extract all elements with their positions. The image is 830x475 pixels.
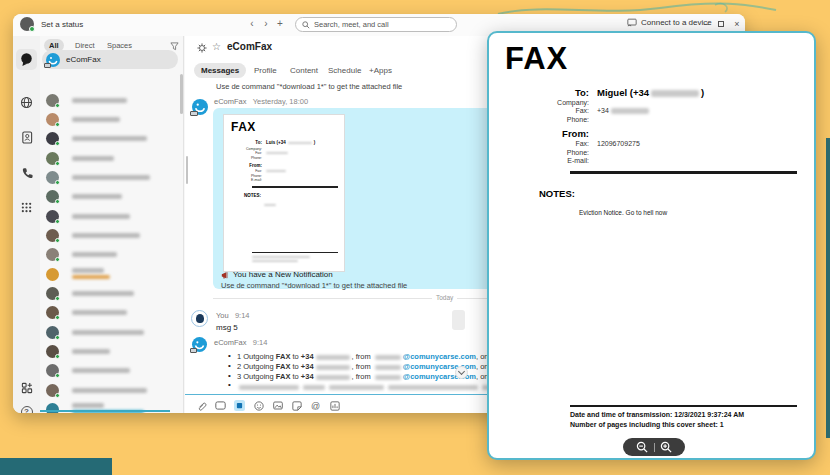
- search-icon: [302, 21, 310, 29]
- ecomfax-avatar[interactable]: [192, 337, 207, 352]
- chat-list-item[interactable]: [46, 306, 59, 319]
- fax-to-value: Miguel (+34): [597, 87, 704, 98]
- fax-from-fax-value: 12096709275: [597, 140, 640, 147]
- favorite-star-icon[interactable]: ☆: [212, 41, 221, 52]
- maximize-button[interactable]: [718, 21, 724, 27]
- contacts-icon: [21, 131, 33, 144]
- message-sender: You: [216, 311, 229, 320]
- left-rail: ?: [13, 36, 40, 413]
- thumb-fax-label: Fax:: [234, 151, 262, 155]
- rail-contacts-button[interactable]: [18, 129, 35, 146]
- notification-text: You have a New Notification: [233, 270, 333, 279]
- rail-apps-button[interactable]: [18, 379, 35, 396]
- chat-list-item[interactable]: [46, 171, 59, 184]
- fax-divider-bottom: [570, 405, 797, 407]
- message-header: eComFax 9:14: [214, 338, 267, 347]
- chat-list-item[interactable]: [46, 403, 59, 413]
- mention-icon[interactable]: @: [310, 400, 321, 411]
- new-button[interactable]: +: [274, 17, 286, 31]
- search-input[interactable]: Search, meet, and call: [295, 17, 457, 32]
- tab-profile[interactable]: Profile: [247, 63, 284, 78]
- chat-list-item[interactable]: [46, 384, 59, 397]
- poll-icon[interactable]: [329, 400, 340, 411]
- rail-help-button[interactable]: ?: [18, 403, 35, 413]
- chat-list-item[interactable]: [46, 132, 59, 145]
- fax-pages-line: Number of pages including this cover she…: [570, 421, 724, 428]
- rail-communities-button[interactable]: [18, 94, 35, 111]
- chat-list-panel: All Direct Spaces eComFax: [40, 36, 184, 413]
- rail-calls-button[interactable]: [18, 164, 35, 181]
- fax-viewer-panel: FAX To: Miguel (+34) Company: Fax: +34 P…: [487, 31, 816, 460]
- video-clip-icon[interactable]: [215, 400, 226, 411]
- thumb-fax-title: FAX: [231, 120, 256, 134]
- fax-fax-label: Fax:: [505, 107, 589, 114]
- email-link[interactable]: @comunycarse.com: [403, 352, 476, 361]
- chat-list-item[interactable]: [46, 210, 59, 223]
- chat-list-item[interactable]: [46, 287, 59, 300]
- message-hover-menu[interactable]: [452, 310, 465, 330]
- fax-divider-top: [570, 171, 797, 174]
- chat-list-item[interactable]: [46, 326, 59, 339]
- fax-title: FAX: [505, 41, 568, 77]
- fax-transmission-line: Date and time of transmission: 12/3/2021…: [570, 411, 744, 418]
- chat-list-item[interactable]: [46, 94, 59, 107]
- command-hint: Use de command "*download 1*" to get the…: [216, 82, 402, 91]
- gear-icon[interactable]: [197, 43, 207, 53]
- sticker-icon[interactable]: [291, 400, 302, 411]
- tab-messages[interactable]: Messages: [194, 63, 246, 78]
- globe-icon: [20, 96, 33, 109]
- notification-line: You have a New Notification: [221, 270, 333, 279]
- ecomfax-avatar[interactable]: [192, 99, 208, 115]
- fax-to-label: To:: [505, 87, 589, 98]
- chat-list-item[interactable]: [46, 345, 59, 358]
- fax-notes-label: NOTES:: [539, 188, 575, 199]
- gallery-icon[interactable]: [272, 400, 283, 411]
- chat-list-item[interactable]: [46, 248, 59, 261]
- minimize-button[interactable]: –: [699, 17, 713, 31]
- message-time: 9:14: [235, 311, 250, 320]
- fax-from-fax-label: Fax:: [505, 140, 589, 147]
- message-sender: eComFax: [214, 97, 247, 106]
- message-sender: eComFax: [214, 338, 247, 347]
- back-button[interactable]: ‹: [246, 17, 258, 31]
- attach-icon[interactable]: [196, 400, 207, 411]
- zoom-out-button[interactable]: [636, 441, 649, 454]
- thumb-from-fax-label: Fax:: [234, 169, 262, 173]
- tab-content[interactable]: Content: [283, 63, 325, 78]
- tab-apps[interactable]: +Apps: [362, 63, 399, 78]
- chat-list-item-ecomfax[interactable]: eComFax: [42, 50, 178, 69]
- close-button[interactable]: ×: [730, 17, 744, 31]
- chat-list-item[interactable]: [46, 229, 59, 242]
- ecomfax-app-icon[interactable]: [234, 400, 245, 411]
- message-text: msg 5: [216, 323, 238, 332]
- message-header: eComFax Yesterday, 18:00: [214, 97, 308, 106]
- fax-company-label: Company:: [505, 99, 589, 106]
- phone-icon: [21, 167, 33, 179]
- fax-note-text: Eviction Notice. Go to hell now: [579, 209, 667, 216]
- you-avatar[interactable]: [191, 310, 208, 327]
- scroll-to-bottom-button[interactable]: [455, 366, 468, 379]
- emoji-icon[interactable]: [253, 400, 264, 411]
- messages-scrollbar[interactable]: [186, 156, 188, 184]
- dialpad-icon: [21, 202, 32, 213]
- rail-chats-button[interactable]: [18, 51, 35, 68]
- fax-thumbnail[interactable]: FAX To: Luis (+34) Company: Fax: Phone: …: [223, 114, 345, 272]
- chat-list-item[interactable]: [46, 268, 59, 281]
- chat-list-item[interactable]: [46, 364, 59, 377]
- conversation-title: eComFax: [227, 41, 272, 52]
- chat-list-item[interactable]: [46, 113, 59, 126]
- fax-from-label: From:: [505, 128, 589, 139]
- search-placeholder: Search, meet, and call: [314, 20, 389, 29]
- chat-list-scrollbar[interactable]: [180, 74, 183, 114]
- thumb-notes-label: NOTES:: [244, 193, 261, 198]
- forward-button[interactable]: ›: [260, 17, 272, 31]
- chat-list-item[interactable]: [46, 190, 59, 203]
- zoom-in-button[interactable]: [660, 441, 673, 454]
- chat-list-item[interactable]: [46, 152, 59, 165]
- zoom-divider: [654, 443, 655, 452]
- wallpaper-block: [0, 458, 112, 475]
- rail-dialpad-button[interactable]: [18, 199, 35, 216]
- today-label: Today: [432, 294, 457, 301]
- set-status-button[interactable]: Set a status: [41, 20, 83, 29]
- wallpaper-strip: [826, 138, 830, 438]
